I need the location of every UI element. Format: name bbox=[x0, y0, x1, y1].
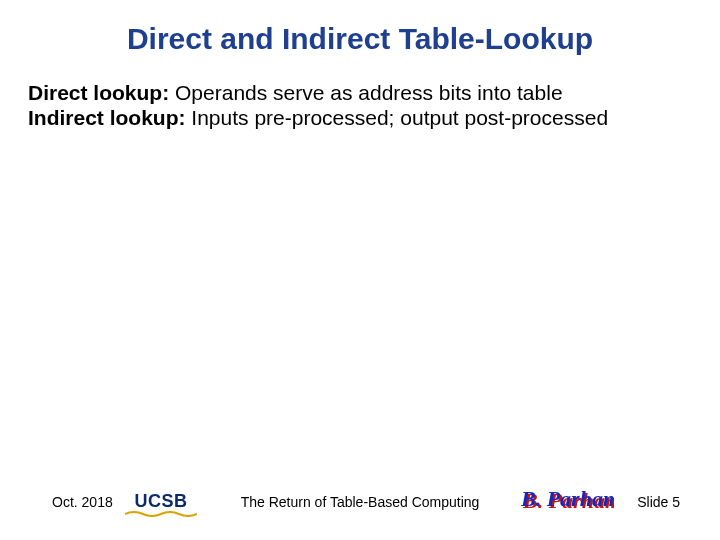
footer-slide-number: Slide 5 bbox=[637, 494, 680, 510]
ucsb-wave-icon bbox=[125, 511, 197, 517]
line2-text: Inputs pre-processed; output post-proces… bbox=[186, 106, 609, 129]
body-line-2: Indirect lookup: Inputs pre-processed; o… bbox=[28, 105, 692, 130]
slide-title: Direct and Indirect Table-Lookup bbox=[0, 22, 720, 56]
slide: Direct and Indirect Table-Lookup Direct … bbox=[0, 0, 720, 540]
author-text: B. Parhami bbox=[520, 486, 614, 511]
line2-label: Indirect lookup: bbox=[28, 106, 186, 129]
line1-text: Operands serve as address bits into tabl… bbox=[169, 81, 562, 104]
line1-label: Direct lookup: bbox=[28, 81, 169, 104]
slide-body: Direct lookup: Operands serve as address… bbox=[28, 80, 692, 130]
slide-footer: Oct. 2018 UCSB The Return of Table-Based… bbox=[0, 478, 720, 518]
body-line-1: Direct lookup: Operands serve as address… bbox=[28, 80, 692, 105]
author-logo: B. Parhami B. Parhami bbox=[520, 484, 614, 518]
